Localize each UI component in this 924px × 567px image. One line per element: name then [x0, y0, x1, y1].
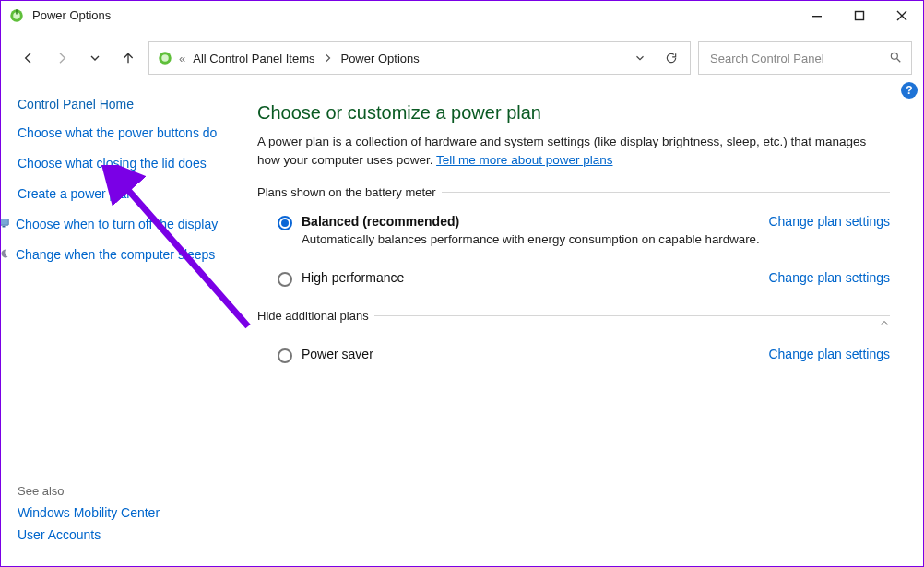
group-legend-primary: Plans shown on the battery meter: [257, 185, 442, 199]
close-button[interactable]: [881, 1, 923, 30]
maximize-button[interactable]: [838, 1, 881, 30]
sidebar-item-label: Choose when to turn off the display: [16, 216, 218, 233]
plan-row-power-saver: Power saver Change plan settings: [257, 341, 890, 369]
moon-icon: [0, 248, 10, 259]
forward-button[interactable]: [49, 45, 75, 71]
plan-name[interactable]: Power saver: [302, 347, 768, 361]
plan-name[interactable]: Balanced (recommended): [302, 214, 768, 229]
see-also-user-accounts[interactable]: User Accounts: [18, 527, 219, 542]
refresh-button[interactable]: [658, 52, 684, 65]
content-pane: ? Choose or customize a power plan A pow…: [231, 88, 923, 564]
group-plans-primary: Plans shown on the battery meter Balance…: [257, 185, 890, 292]
svg-rect-2: [16, 9, 18, 14]
address-history-dropdown[interactable]: [627, 52, 653, 65]
svg-point-6: [161, 54, 169, 62]
main-area: Control Panel Home Choose what the power…: [1, 82, 923, 564]
collapse-additional-icon[interactable]: [879, 317, 890, 331]
monitor-icon: [0, 218, 10, 229]
sidebar-item-turn-off-display[interactable]: Choose when to turn off the display: [18, 216, 219, 233]
help-icon[interactable]: ?: [901, 82, 918, 99]
address-bar[interactable]: « All Control Panel Items Power Options: [148, 41, 691, 75]
change-plan-settings-link[interactable]: Change plan settings: [768, 270, 890, 285]
power-options-icon: [8, 7, 25, 24]
page-description: A power plan is a collection of hardware…: [257, 133, 890, 169]
sidebar-item-label: Choose what the power buttons do: [18, 124, 217, 142]
sidebar-item-label: Choose what closing the lid does: [18, 155, 207, 172]
svg-rect-3: [812, 16, 822, 17]
page-title: Choose or customize a power plan: [257, 102, 890, 124]
titlebar: Power Options: [1, 1, 923, 30]
tell-me-more-link[interactable]: Tell me more about power plans: [436, 153, 612, 167]
up-button[interactable]: [115, 45, 141, 71]
sidebar: Control Panel Home Choose what the power…: [1, 88, 231, 564]
see-also-mobility-center[interactable]: Windows Mobility Center: [18, 505, 219, 520]
svg-rect-9: [3, 226, 6, 228]
plan-row-high-performance: High performance Change plan settings: [257, 265, 890, 292]
radio-high-performance[interactable]: [278, 272, 292, 287]
window-title: Power Options: [32, 8, 111, 22]
change-plan-settings-link[interactable]: Change plan settings: [768, 347, 890, 361]
recent-dropdown[interactable]: [82, 45, 108, 71]
radio-power-saver[interactable]: [278, 348, 292, 363]
plan-name[interactable]: High performance: [302, 270, 768, 285]
sidebar-item-closing-lid[interactable]: Choose what closing the lid does: [18, 155, 219, 172]
plan-row-balanced: Balanced (recommended) Automatically bal…: [257, 208, 890, 252]
sidebar-item-power-buttons[interactable]: Choose what the power buttons do: [18, 124, 219, 142]
svg-point-7: [891, 53, 897, 59]
minimize-button[interactable]: [796, 1, 838, 30]
search-input[interactable]: [708, 51, 882, 66]
radio-balanced[interactable]: [278, 216, 292, 230]
sidebar-item-create-plan[interactable]: Create a power plan: [18, 185, 219, 203]
search-box[interactable]: [698, 41, 912, 75]
sidebar-item-label: Create a power plan: [18, 185, 134, 203]
back-button[interactable]: [16, 45, 41, 71]
breadcrumb-item-power-options[interactable]: Power Options: [338, 50, 421, 67]
window-buttons: [796, 1, 923, 30]
sidebar-home[interactable]: Control Panel Home: [18, 97, 219, 112]
svg-rect-4: [856, 11, 864, 19]
breadcrumb-root-marker[interactable]: «: [179, 52, 185, 65]
see-also-heading: See also: [18, 484, 219, 498]
nav-row: « All Control Panel Items Power Options: [1, 30, 923, 82]
group-legend-additional[interactable]: Hide additional plans: [257, 309, 374, 323]
search-icon[interactable]: [889, 51, 902, 66]
plan-description: Automatically balances performance with …: [302, 232, 768, 246]
chevron-right-icon: [322, 52, 333, 65]
power-options-icon: [157, 50, 173, 66]
group-plans-additional: Hide additional plans Power saver Change…: [257, 309, 890, 369]
svg-rect-8: [0, 219, 8, 225]
change-plan-settings-link[interactable]: Change plan settings: [768, 214, 890, 229]
sidebar-item-computer-sleeps[interactable]: Change when the computer sleeps: [18, 246, 219, 264]
sidebar-item-label: Change when the computer sleeps: [16, 246, 215, 264]
breadcrumb-item-all-items[interactable]: All Control Panel Items: [191, 50, 316, 67]
